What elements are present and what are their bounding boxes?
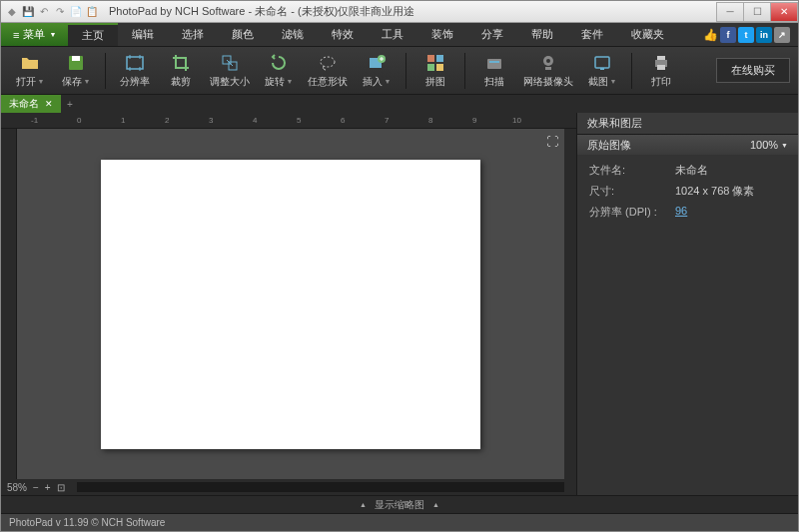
collage-icon (425, 53, 445, 73)
svg-rect-20 (657, 56, 665, 60)
side-panel: 效果和图层 原始图像 100% ▼ 文件名: 未命名 尺寸: 1024 x 76… (576, 113, 798, 495)
thumbnail-bar[interactable]: ▲ 显示缩略图 ▲ (1, 495, 798, 513)
menu-suite[interactable]: 套件 (567, 23, 617, 46)
chevron-down-icon: ▼ (49, 31, 56, 38)
menu-help[interactable]: 帮助 (517, 23, 567, 46)
insert-button[interactable]: 插入▼ (356, 49, 398, 93)
app-window: ◆ 💾 ↶ ↷ 📄 📋 PhotoPad by NCH Software - 未… (0, 0, 799, 532)
chevron-down-icon: ▼ (38, 78, 45, 85)
svg-rect-16 (545, 67, 551, 70)
panel-subtitle: 原始图像 (587, 138, 631, 153)
close-button[interactable]: ✕ (770, 2, 798, 22)
buy-online-button[interactable]: 在线购买 (716, 58, 790, 83)
menu-tools[interactable]: 工具 (368, 23, 417, 46)
tab-close-icon[interactable]: ✕ (45, 99, 53, 109)
crop-button[interactable]: 裁剪 (160, 49, 202, 93)
crop-icon (171, 53, 191, 73)
fullscreen-icon[interactable]: ⛶ (546, 135, 558, 149)
menu-color[interactable]: 颜色 (218, 23, 268, 46)
chevron-down-icon: ▼ (84, 78, 91, 85)
menu-select[interactable]: 选择 (168, 23, 218, 46)
statusbar: PhotoPad v 11.99 © NCH Software (1, 513, 798, 531)
separator (405, 53, 406, 89)
open-button[interactable]: 打开▼ (9, 49, 51, 93)
canvas-area[interactable]: ⛶ (17, 129, 564, 479)
resolution-button[interactable]: 分辨率 (114, 49, 156, 93)
save-quick-icon[interactable]: 💾 (21, 5, 35, 19)
linkedin-icon[interactable]: in (756, 27, 772, 43)
print-button[interactable]: 打印 (640, 49, 682, 93)
status-text: PhotoPad v 11.99 © NCH Software (9, 517, 165, 528)
scanner-icon (484, 53, 504, 73)
rotate-icon (269, 53, 289, 73)
window-title: PhotoPad by NCH Software - 未命名 - (未授权)仅限… (103, 4, 717, 19)
facebook-icon[interactable]: f (720, 27, 736, 43)
ruler-vertical (1, 129, 17, 479)
new-tab-button[interactable]: + (61, 95, 79, 113)
svg-rect-12 (487, 59, 501, 69)
minimize-button[interactable]: ─ (716, 2, 744, 22)
document-tabs: 未命名 ✕ + (1, 95, 798, 113)
dpi-link[interactable]: 96 (675, 205, 687, 220)
svg-point-15 (546, 59, 550, 63)
save-button[interactable]: 保存▼ (55, 49, 97, 93)
app-icon: ◆ (5, 5, 19, 19)
menu-home[interactable]: 主页 (68, 23, 118, 46)
share-icon[interactable]: ↗ (774, 27, 790, 43)
menu-filter[interactable]: 滤镜 (268, 23, 318, 46)
menu-label: 菜单 (23, 27, 45, 42)
thumbs-up-icon[interactable]: 👍 (703, 28, 718, 42)
svg-rect-1 (72, 56, 80, 61)
undo-icon[interactable]: ↶ (37, 5, 51, 19)
prop-size: 尺寸: 1024 x 768 像素 (589, 184, 786, 199)
panel-title: 效果和图层 (577, 113, 798, 135)
svg-rect-18 (600, 68, 604, 70)
social-links: 👍 f t in ↗ (703, 23, 798, 46)
prop-filename: 文件名: 未命名 (589, 163, 786, 178)
scan-button[interactable]: 扫描 (473, 49, 515, 93)
scrollbar-vertical[interactable] (564, 129, 576, 479)
window-controls: ─ ☐ ✕ (717, 2, 798, 22)
new-icon[interactable]: 📋 (85, 5, 99, 19)
menu-fav[interactable]: 收藏夹 (617, 23, 678, 46)
menu-edit[interactable]: 编辑 (118, 23, 168, 46)
editor-footer: 58% − + ⊡ (1, 479, 576, 495)
document-tab[interactable]: 未命名 ✕ (1, 95, 61, 113)
separator (464, 53, 465, 89)
menu-decor[interactable]: 装饰 (417, 23, 467, 46)
zoom-in-button[interactable]: + (45, 482, 51, 493)
quick-access: ◆ 💾 ↶ ↷ 📄 📋 (1, 5, 103, 19)
zoom-fit-button[interactable]: ⊡ (57, 482, 65, 493)
chevron-down-icon: ▼ (385, 78, 392, 85)
resize-button[interactable]: 调整大小 (206, 49, 254, 93)
menubar: ≡ 菜单 ▼ 主页 编辑 选择 颜色 滤镜 特效 工具 装饰 分享 帮助 套件 … (1, 23, 798, 47)
chevron-down-icon[interactable]: ▼ (781, 142, 788, 149)
menu-share[interactable]: 分享 (467, 23, 517, 46)
scrollbar-horizontal[interactable] (77, 482, 564, 492)
zoom-out-button[interactable]: − (33, 482, 39, 493)
svg-rect-13 (489, 61, 499, 63)
resize-icon (220, 53, 240, 73)
panel-subheader[interactable]: 原始图像 100% ▼ (577, 135, 798, 155)
screenshot-icon (592, 53, 612, 73)
collage-button[interactable]: 拼图 (414, 49, 456, 93)
canvas[interactable] (101, 160, 480, 449)
print-icon (651, 53, 671, 73)
webcam-button[interactable]: 网络摄像头 (519, 49, 577, 93)
redo-icon[interactable]: ↷ (53, 5, 67, 19)
save-as-icon[interactable]: 📄 (69, 5, 83, 19)
twitter-icon[interactable]: t (738, 27, 754, 43)
maximize-button[interactable]: ☐ (743, 2, 771, 22)
menu-effects[interactable]: 特效 (318, 23, 368, 46)
svg-rect-17 (595, 57, 609, 68)
screenshot-button[interactable]: 截图▼ (581, 49, 623, 93)
separator (631, 53, 632, 89)
prop-dpi: 分辨率 (DPI) : 96 (589, 205, 786, 220)
panel-body: 文件名: 未命名 尺寸: 1024 x 768 像素 分辨率 (DPI) : 9… (577, 155, 798, 495)
rotate-button[interactable]: 旋转▼ (258, 49, 300, 93)
editor-body: ⛶ (1, 129, 576, 479)
main-menu-button[interactable]: ≡ 菜单 ▼ (1, 23, 68, 46)
svg-rect-11 (436, 64, 443, 71)
shape-button[interactable]: 任意形状 (304, 49, 352, 93)
editor: -1012345678910 ⛶ 58% − + ⊡ (1, 113, 576, 495)
